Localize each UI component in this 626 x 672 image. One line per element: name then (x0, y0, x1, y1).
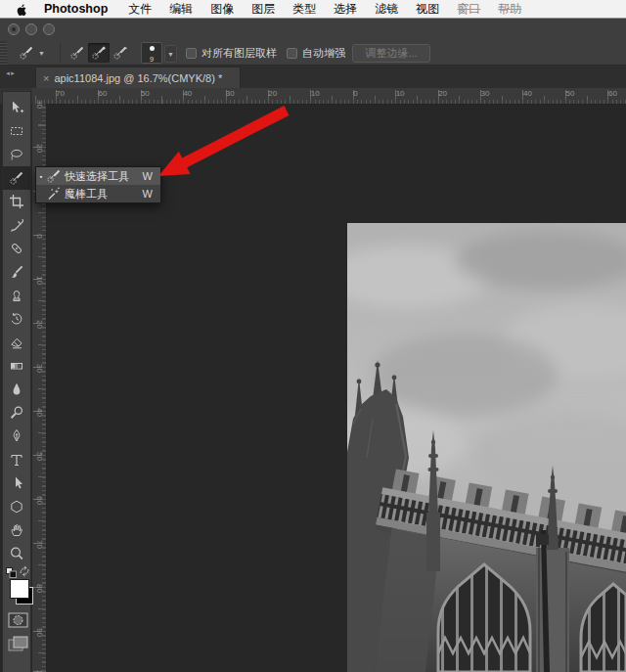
clone-stamp-tool[interactable] (3, 284, 30, 307)
zoom-tool[interactable] (3, 542, 30, 565)
document-tab-bar: ◄► × apic11084.jpg @ 16.7%(CMYK/8) * (0, 65, 626, 88)
menu-item-5[interactable]: 类型 (284, 1, 325, 18)
flyout-item-2[interactable]: 魔棒工具W (36, 185, 160, 202)
v-ruler-label: 80 (35, 582, 44, 596)
v-ruler-label: 60 (35, 494, 44, 508)
h-ruler-label: 40 (523, 89, 532, 98)
menu-item-4[interactable]: 图层 (243, 1, 284, 18)
flyout-item-1[interactable]: ▪快速选择工具W (36, 167, 160, 185)
h-ruler-label: 20 (438, 89, 447, 98)
flyout-item-shortcut: W (143, 188, 160, 200)
menu-item-7[interactable]: 滤镜 (366, 1, 407, 18)
subtract-from-selection-button[interactable] (110, 43, 131, 63)
menu-item-2[interactable]: 编辑 (160, 1, 201, 18)
sample-all-layers-label: 对所有图层取样 (201, 46, 277, 61)
refine-edge-button[interactable]: 调整边缘... (352, 44, 430, 63)
healing-brush-tool[interactable] (3, 237, 30, 260)
dodge-tool[interactable] (3, 401, 30, 425)
h-ruler-label: 60 (98, 89, 107, 98)
document-tab[interactable]: × apic11084.jpg @ 16.7%(CMYK/8) * (35, 67, 241, 88)
window-minimize-button[interactable] (25, 23, 37, 35)
tool-palette (2, 91, 31, 672)
h-ruler-label: 60 (608, 89, 617, 98)
hand-tool[interactable] (3, 518, 30, 542)
eraser-tool[interactable] (3, 331, 30, 354)
screen-mode-icon[interactable] (8, 636, 28, 652)
tab-close-icon[interactable]: × (36, 72, 54, 84)
brush-tool[interactable] (3, 260, 30, 284)
window-zoom-button[interactable] (43, 23, 55, 35)
v-ruler-label: 30 (35, 362, 44, 376)
v-ruler-label: 70 (35, 538, 44, 552)
v-ruler-label: 20 (35, 318, 44, 332)
h-ruler-label: 50 (141, 89, 150, 98)
new-selection-button[interactable] (67, 43, 88, 63)
type-tool[interactable] (3, 448, 30, 471)
magic-wand-icon (46, 186, 62, 202)
default-colors-icon[interactable] (6, 567, 17, 578)
h-ruler-label: 10 (311, 89, 320, 98)
lasso-tool[interactable] (3, 143, 30, 166)
menu-item-9[interactable]: 窗口 (448, 1, 489, 18)
auto-enhance-option: 自动增强 (287, 46, 345, 61)
title-bar (0, 19, 626, 42)
sample-all-layers-checkbox[interactable] (186, 48, 197, 59)
h-ruler-label: 30 (226, 89, 235, 98)
h-ruler-label: 50 (566, 89, 575, 98)
h-ruler-label: 20 (268, 89, 277, 98)
quick-selection-icon (46, 168, 62, 184)
h-ruler-label: 30 (481, 89, 490, 98)
swap-colors-icon[interactable] (19, 565, 31, 577)
v-ruler-label: 30 (35, 98, 44, 112)
document-title: apic11084.jpg @ 16.7%(CMYK/8) * (54, 72, 222, 84)
brush-size-picker[interactable]: 9 (141, 42, 162, 64)
v-ruler-label: 40 (35, 406, 44, 420)
app-name[interactable]: Photoshop (32, 2, 119, 16)
path-selection-tool[interactable] (3, 471, 30, 495)
move-tool[interactable] (3, 96, 30, 119)
selection-mode-buttons (67, 43, 131, 63)
window-close-button[interactable] (8, 23, 20, 35)
foreground-color-swatch[interactable] (10, 579, 29, 599)
brush-size-dropdown[interactable]: ▼ (164, 45, 177, 63)
eyedropper-tool[interactable] (3, 213, 30, 237)
horizontal-ruler[interactable]: 706050403020100102030405060 (32, 88, 626, 105)
menu-item-8[interactable]: 视图 (407, 1, 448, 18)
menu-item-10[interactable]: 帮助 (489, 1, 530, 18)
h-ruler-label: 0 (353, 89, 357, 98)
apple-menu-icon[interactable] (16, 2, 28, 17)
add-to-selection-button[interactable] (88, 43, 110, 63)
marquee-tool[interactable] (3, 119, 30, 143)
chevron-down-icon: ▼ (38, 50, 45, 57)
v-ruler-label: 90 (35, 626, 44, 640)
brush-size-value: 9 (150, 55, 154, 64)
menu-item-1[interactable]: 文件 (119, 1, 160, 18)
shape-tool[interactable] (3, 495, 30, 518)
pen-tool[interactable] (3, 425, 30, 448)
v-ruler-label: 50 (35, 450, 44, 464)
brush-tip-dot (150, 46, 155, 51)
history-brush-tool[interactable] (3, 307, 30, 331)
options-bar-grip[interactable] (0, 41, 7, 65)
v-ruler-label: 10 (35, 274, 44, 288)
tool-preset-picker[interactable]: ▼ (17, 43, 61, 63)
photoshop-window: { "menubar": { "app_name": "Photoshop", … (0, 0, 626, 672)
tool-flyout-menu: ▪快速选择工具W魔棒工具W (35, 166, 161, 203)
dock-toggle-icon[interactable]: ◄► (5, 70, 15, 76)
menu-bar: Photoshop 文件编辑图像图层类型选择滤镜视图窗口帮助 (0, 0, 626, 19)
traffic-lights (8, 23, 55, 35)
flyout-item-label: 快速选择工具 (65, 169, 143, 184)
menu-item-6[interactable]: 选择 (325, 1, 366, 18)
v-ruler-label: 0 (35, 230, 44, 244)
h-ruler-label: 40 (183, 89, 192, 98)
quick-mask-mode-icon[interactable] (8, 612, 28, 628)
sample-all-layers-option: 对所有图层取样 (186, 46, 277, 61)
auto-enhance-checkbox[interactable] (287, 48, 297, 59)
crop-tool[interactable] (3, 190, 30, 213)
gradient-tool[interactable] (3, 354, 30, 378)
quick-selection-tool[interactable] (3, 166, 30, 190)
h-ruler-label: 70 (56, 89, 65, 98)
tool-list (3, 96, 30, 565)
menu-item-3[interactable]: 图像 (201, 1, 243, 18)
blur-tool[interactable] (3, 378, 30, 401)
